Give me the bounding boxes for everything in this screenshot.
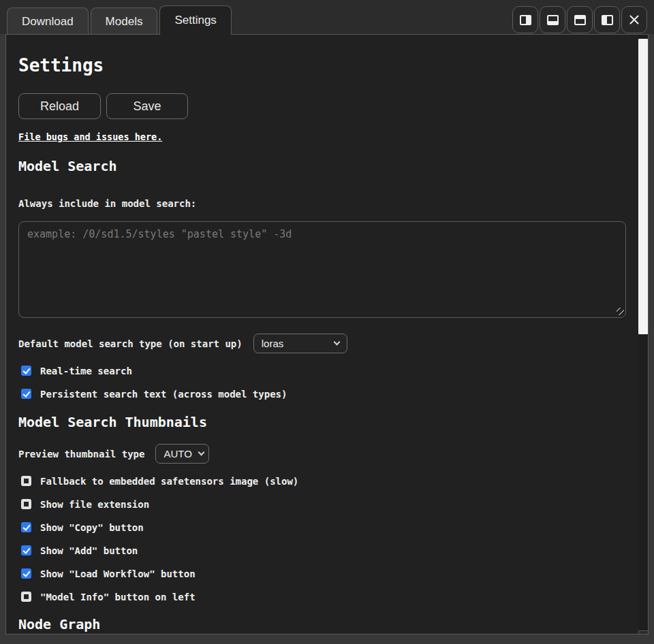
tab-download[interactable]: Download: [7, 7, 89, 35]
dock-bottom-icon: [574, 15, 586, 25]
save-button[interactable]: Save: [106, 93, 188, 119]
bugs-issues-link[interactable]: File bugs and issues here.: [18, 131, 162, 142]
textarea-resize-handle-icon[interactable]: [617, 308, 624, 315]
fallback-safetensors-label: Fallback to embedded safetensors image (…: [40, 476, 298, 487]
tab-settings-label: Settings: [174, 14, 216, 27]
page-title: Settings: [18, 54, 626, 77]
checkbox-row-fallback-safetensors: Fallback to embedded safetensors image (…: [21, 475, 626, 487]
tab-models[interactable]: Models: [91, 7, 158, 35]
default-search-type-value: loras: [262, 338, 284, 349]
dock-top-icon: [547, 15, 559, 25]
preview-thumbnail-type-label: Preview thumbnail type: [18, 449, 144, 460]
show-copy-button-checkbox[interactable]: [21, 522, 31, 532]
checkbox-row-realtime-search: Real-time search: [21, 365, 626, 376]
dock-right-icon: [602, 15, 613, 25]
checkbox-row-show-add-button: Show "Add" button: [21, 545, 626, 556]
persistent-search-checkbox[interactable]: [21, 389, 31, 399]
realtime-search-label: Real-time search: [40, 366, 132, 376]
always-include-label: Always include in model search:: [18, 198, 626, 209]
realtime-search-checkbox[interactable]: [21, 366, 31, 376]
always-include-textarea[interactable]: [18, 221, 626, 318]
checkbox-row-model-info-left: "Model Info" button on left: [21, 591, 626, 602]
show-file-extension-label: Show file extension: [40, 499, 149, 510]
checkbox-row-show-copy-button: Show "Copy" button: [21, 521, 626, 533]
dock-left-button[interactable]: [512, 6, 538, 33]
section-heading-model-search: Model Search: [18, 158, 626, 174]
section-heading-node-graph: Node Graph: [18, 616, 626, 632]
default-search-type-row: Default model search type (on start up) …: [18, 334, 626, 353]
show-load-workflow-label: Show "Load Workflow" button: [40, 568, 196, 579]
model-info-left-label: "Model Info" button on left: [40, 592, 196, 602]
fallback-safetensors-checkbox[interactable]: [21, 476, 31, 486]
show-add-button-checkbox[interactable]: [21, 545, 31, 556]
action-button-row: Reload Save: [18, 93, 626, 119]
vertical-scrollbar-thumb[interactable]: [638, 39, 648, 334]
dock-bottom-button[interactable]: [567, 6, 593, 33]
topbar: Download Models Settings: [0, 0, 654, 34]
tab-settings[interactable]: Settings: [159, 5, 231, 35]
dock-left-icon: [520, 15, 531, 25]
dock-right-button[interactable]: [594, 6, 620, 33]
scrollbar-corner: [638, 630, 648, 634]
tab-bar: Download Models Settings: [7, 5, 234, 35]
chevron-down-icon: [333, 339, 340, 346]
model-info-left-checkbox[interactable]: [21, 592, 31, 602]
reload-button[interactable]: Reload: [18, 93, 101, 119]
close-button[interactable]: [621, 6, 647, 33]
show-file-extension-checkbox[interactable]: [21, 499, 31, 509]
chevron-down-icon: [198, 449, 204, 456]
checkbox-row-show-file-extension: Show file extension: [21, 498, 626, 510]
default-search-type-label: Default model search type (on start up): [18, 338, 243, 349]
show-copy-button-label: Show "Copy" button: [40, 522, 144, 533]
vertical-scrollbar-track[interactable]: [638, 35, 648, 634]
always-include-field-wrap: [18, 221, 626, 318]
persistent-search-label: Persistent search text (across model typ…: [40, 389, 287, 400]
settings-panel: Settings Reload Save File bugs and issue…: [5, 34, 649, 634]
dock-top-button[interactable]: [540, 6, 565, 33]
default-search-type-select[interactable]: loras: [253, 334, 347, 353]
settings-content: Settings Reload Save File bugs and issue…: [6, 35, 638, 634]
window-controls: [512, 6, 647, 33]
checkbox-row-show-load-workflow: Show "Load Workflow" button: [21, 568, 626, 579]
preview-thumbnail-type-value: AUTO: [164, 448, 191, 460]
show-add-button-label: Show "Add" button: [40, 545, 138, 556]
tab-models-label: Models: [106, 15, 143, 29]
tab-download-label: Download: [22, 15, 74, 29]
close-icon: [629, 14, 640, 25]
show-load-workflow-checkbox[interactable]: [21, 568, 31, 579]
section-heading-thumbnails: Model Search Thumbnails: [18, 414, 626, 430]
preview-thumbnail-type-row: Preview thumbnail type AUTO: [18, 444, 626, 464]
checkbox-row-persistent-search: Persistent search text (across model typ…: [21, 388, 626, 400]
preview-thumbnail-type-select[interactable]: AUTO: [155, 444, 209, 464]
